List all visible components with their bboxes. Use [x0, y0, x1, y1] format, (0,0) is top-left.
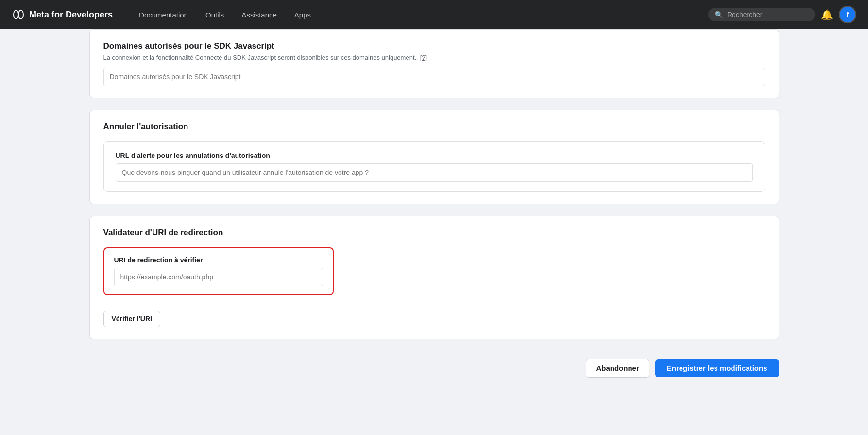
save-button[interactable]: Enregistrer les modifications	[655, 359, 779, 377]
brand-logo[interactable]: Meta for Developers	[12, 8, 113, 21]
sdk-domains-input[interactable]	[103, 68, 765, 86]
redirect-uri-label: URI de redirection à vérifier	[114, 256, 323, 264]
nav-assistance[interactable]: Assistance	[235, 7, 284, 23]
bell-icon[interactable]: 🔔	[821, 9, 833, 20]
redirect-card: Validateur d'URI de redirection URI de r…	[89, 216, 779, 339]
cancel-card-title: Annuler l'autorisation	[103, 122, 765, 132]
main-content: Domaines autorisés pour le SDK Javascrip…	[70, 29, 799, 415]
sdk-help-link[interactable]: [?]	[420, 54, 427, 61]
search-input[interactable]	[727, 11, 808, 18]
navbar-actions: 🔍 🔔 f	[708, 6, 856, 23]
navbar: Meta for Developers Documentation Outils…	[0, 0, 868, 29]
cancel-card: Annuler l'autorisation URL d'alerte pour…	[89, 110, 779, 204]
meta-logo-icon	[12, 8, 25, 21]
nav-documentation[interactable]: Documentation	[132, 7, 195, 23]
search-icon: 🔍	[715, 11, 723, 18]
avatar[interactable]: f	[839, 6, 856, 23]
verify-uri-button[interactable]: Vérifier l'URI	[103, 311, 160, 327]
nav-outils[interactable]: Outils	[199, 7, 231, 23]
search-box[interactable]: 🔍	[708, 8, 815, 21]
nav-links: Documentation Outils Assistance Apps	[132, 7, 708, 23]
brand-text: Meta for Developers	[29, 10, 113, 20]
sdk-card-title: Domaines autorisés pour le SDK Javascrip…	[103, 41, 765, 51]
sdk-card: Domaines autorisés pour le SDK Javascrip…	[89, 29, 779, 98]
redirect-card-title: Validateur d'URI de redirection	[103, 228, 765, 238]
redirect-highlighted-box: URI de redirection à vérifier	[103, 247, 334, 295]
cancel-card-section: Annuler l'autorisation URL d'alerte pour…	[90, 110, 779, 204]
svg-point-0	[14, 10, 18, 19]
redirect-card-section: Validateur d'URI de redirection URI de r…	[90, 216, 779, 339]
footer-actions: Abandonner Enregistrer les modifications	[89, 351, 779, 385]
abandon-button[interactable]: Abandonner	[586, 359, 649, 378]
redirect-uri-input[interactable]	[114, 268, 323, 286]
cancel-url-input[interactable]	[116, 163, 753, 182]
svg-point-1	[18, 10, 23, 19]
avatar-letter: f	[847, 11, 849, 18]
cancel-field-label: URL d'alerte pour les annulations d'auto…	[116, 152, 753, 159]
sdk-description: La connexion et la fonctionnalité Connec…	[103, 53, 765, 63]
nav-apps[interactable]: Apps	[288, 7, 318, 23]
